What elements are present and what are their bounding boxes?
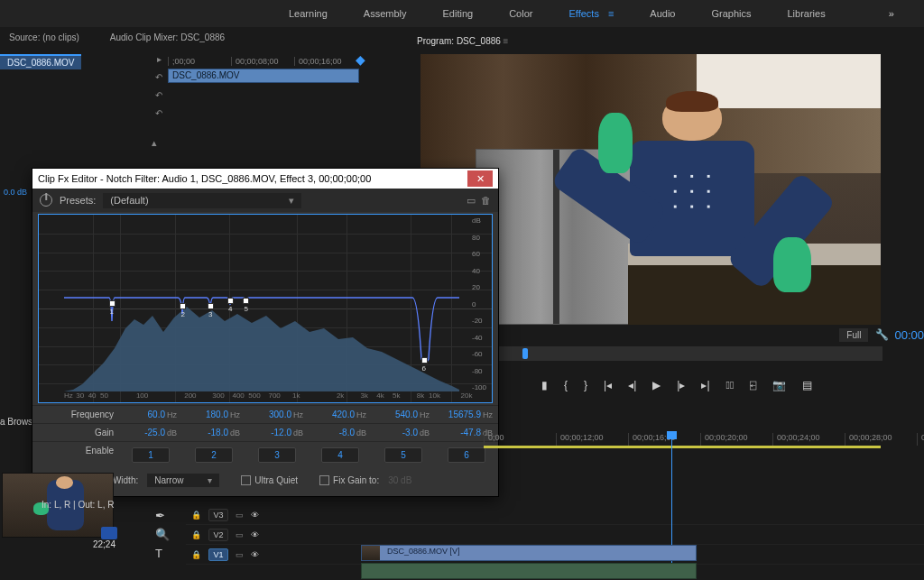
fx-power-icon[interactable]: [40, 194, 52, 207]
track-strip-icon[interactable]: ▭: [236, 511, 244, 520]
audio-clip-mixer-tab[interactable]: Audio Clip Mixer: DSC_0886: [110, 32, 225, 42]
program-timecode[interactable]: 00:00: [894, 328, 924, 342]
eq-node-6[interactable]: [421, 357, 428, 364]
extract-icon[interactable]: ⍇: [750, 379, 756, 391]
fix-gain-checkbox[interactable]: [319, 475, 329, 485]
zoom-full-dropdown[interactable]: Full: [839, 328, 868, 342]
gain-6[interactable]: -47.8: [460, 428, 481, 437]
eq-node-1[interactable]: [109, 300, 116, 307]
lock-icon[interactable]: 🔒: [191, 511, 201, 520]
track-header-v3[interactable]: 🔒V3▭👁: [186, 505, 924, 525]
ruler-tick: 00;00;08;00: [231, 57, 294, 66]
fx-window-titlebar[interactable]: Clip Fx Editor - Notch Filter: Audio 1, …: [32, 169, 498, 189]
track-target-v1[interactable]: V1: [208, 548, 228, 561]
sequence-audio-clip[interactable]: [361, 563, 697, 579]
freq-3[interactable]: 300.0: [269, 410, 291, 419]
program-scrubber-knob[interactable]: [522, 348, 528, 359]
presets-dropdown[interactable]: (Default): [103, 193, 301, 208]
preset-delete-icon[interactable]: 🗑: [481, 195, 491, 207]
track-strip-icon[interactable]: ▭: [236, 550, 244, 559]
lift-icon[interactable]: �⃞: [726, 379, 735, 391]
type-tool-icon[interactable]: T: [155, 547, 170, 560]
track-target-v2[interactable]: V2: [208, 529, 228, 541]
export-frame-icon[interactable]: 📷: [772, 379, 786, 391]
preset-save-icon[interactable]: ▭: [467, 195, 476, 207]
ws-effects[interactable]: Effects: [568, 8, 598, 19]
eq-node-5[interactable]: [243, 298, 249, 304]
work-area-bar[interactable]: [484, 446, 881, 448]
enable-6[interactable]: 6: [448, 447, 485, 463]
zoom-tool-icon[interactable]: 🔍: [155, 528, 170, 541]
source-time-ruler[interactable]: ;00;00 00;00;08;00 00;00;16;00: [168, 54, 384, 69]
freq-5[interactable]: 540.0: [395, 410, 418, 419]
ws-color[interactable]: Color: [509, 8, 532, 19]
track-strip-icon[interactable]: ▭: [236, 530, 244, 539]
go-to-out-icon[interactable]: ▸|: [701, 379, 709, 391]
ws-assembly[interactable]: Assembly: [364, 8, 407, 19]
gain-5[interactable]: -3.0: [402, 428, 418, 437]
mini-undo-icon[interactable]: ↶: [152, 72, 166, 90]
ws-effects-menu-icon[interactable]: ≡: [608, 8, 614, 19]
ultra-quiet-checkbox[interactable]: [241, 475, 251, 485]
go-to-in-icon[interactable]: |◂: [604, 379, 612, 391]
mini-undo-icon-3[interactable]: ↶: [152, 108, 166, 126]
gain-3[interactable]: -12.0: [271, 428, 291, 437]
source-clip-tab[interactable]: DSC_0886.MOV: [0, 54, 81, 69]
enable-3[interactable]: 3: [258, 447, 296, 463]
ws-editing[interactable]: Editing: [443, 8, 474, 19]
eye-icon[interactable]: 👁: [251, 550, 259, 559]
source-playhead-icon[interactable]: ◆: [356, 52, 365, 67]
notch-width-dropdown[interactable]: Narrow: [147, 474, 219, 487]
add-marker-icon[interactable]: ▮: [541, 379, 548, 391]
close-icon[interactable]: ✕: [467, 170, 493, 187]
step-back-icon[interactable]: ◂|: [628, 379, 636, 391]
project-thumbnail[interactable]: 22;24: [2, 473, 119, 559]
mark-in-icon[interactable]: {: [564, 379, 568, 391]
freq-6[interactable]: 15675.9: [448, 410, 481, 419]
ws-learning[interactable]: Learning: [289, 8, 328, 19]
eye-icon[interactable]: 👁: [251, 530, 259, 539]
row-label-frequency: Frequency: [32, 405, 119, 423]
freq-2[interactable]: 180.0: [206, 410, 228, 419]
program-panel-tab[interactable]: Program: DSC_0886: [417, 36, 508, 46]
comparison-icon[interactable]: ▤: [802, 379, 812, 391]
gain-1[interactable]: -25.0: [144, 428, 165, 437]
eye-icon[interactable]: 👁: [251, 511, 259, 520]
eq-node-4[interactable]: [227, 298, 234, 304]
fx-window-title: Clip Fx Editor - Notch Filter: Audio 1, …: [38, 173, 371, 184]
sequence-video-clip[interactable]: DSC_0886.MOV [V]: [361, 545, 697, 561]
settings-wrench-icon[interactable]: 🔧: [875, 328, 889, 341]
mini-play-icon[interactable]: ▸: [152, 54, 166, 72]
enable-4[interactable]: 4: [321, 447, 359, 463]
enable-5[interactable]: 5: [384, 447, 422, 463]
gain-2[interactable]: -18.0: [208, 428, 228, 437]
freq-1[interactable]: 60.0: [148, 410, 165, 419]
freq-4[interactable]: 420.0: [332, 410, 355, 419]
eq-node-label: 2: [180, 310, 184, 318]
eq-node-3[interactable]: [208, 303, 214, 309]
eq-y-axis: dB8060 40200 -20-40-60 -80-100: [472, 216, 490, 391]
ws-libraries[interactable]: Libraries: [787, 8, 825, 19]
track-target-v3[interactable]: V3: [208, 509, 228, 521]
step-fwd-icon[interactable]: |▸: [677, 379, 685, 391]
lock-icon[interactable]: 🔒: [191, 530, 201, 539]
mark-out-icon[interactable]: }: [584, 379, 587, 391]
eq-node-2[interactable]: [180, 303, 186, 309]
track-header-v2[interactable]: 🔒V2▭👁: [186, 525, 924, 545]
source-clip-bar[interactable]: DSC_0886.MOV: [168, 69, 359, 83]
ws-graphics[interactable]: Graphics: [711, 8, 751, 19]
ruler-tick: ;00;00: [168, 57, 231, 66]
ws-audio[interactable]: Audio: [650, 8, 675, 19]
sequence-ruler[interactable]: 0;0000;00;12;00 00;00;16;0000;00;20;00 0…: [484, 433, 924, 446]
eq-graph[interactable]: dB8060 40200 -20-40-60 -80-100 Hz3040501…: [38, 214, 493, 403]
enable-2[interactable]: 2: [195, 447, 233, 463]
play-icon[interactable]: ▶: [652, 379, 661, 391]
ws-overflow-icon[interactable]: »: [889, 8, 894, 19]
lock-icon[interactable]: 🔒: [191, 550, 201, 559]
pen-tool-icon[interactable]: ✒: [155, 509, 170, 522]
gain-4[interactable]: -8.0: [339, 428, 355, 437]
enable-1[interactable]: 1: [132, 447, 170, 463]
source-panel-tab[interactable]: Source: (no clips): [9, 32, 79, 42]
mini-collapse-icon[interactable]: ▴: [152, 137, 157, 149]
mini-undo-icon-2[interactable]: ↶: [152, 90, 166, 108]
